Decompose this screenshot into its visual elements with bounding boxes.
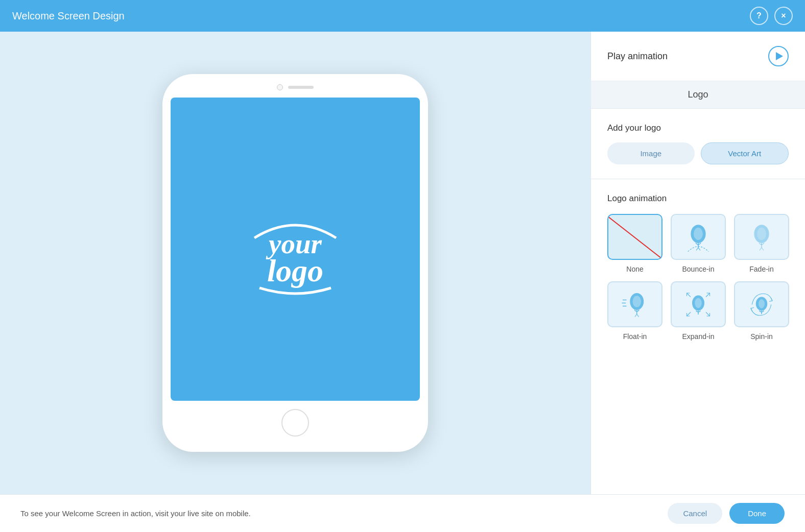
phone-home-button xyxy=(281,409,309,437)
window-title: Welcome Screen Design xyxy=(12,10,750,22)
animation-fade-in[interactable]: Fade-in xyxy=(734,214,789,273)
animation-none-thumb xyxy=(607,214,662,260)
animation-spin-in-label: Spin-in xyxy=(750,332,773,341)
main-content: your logo Play animation xyxy=(0,32,805,494)
svg-point-25 xyxy=(695,298,702,308)
logo-section: Add your logo Image Vector Art xyxy=(591,109,805,179)
animation-fade-in-thumb xyxy=(734,214,789,260)
animation-none[interactable]: None xyxy=(607,214,662,273)
phone-camera-icon xyxy=(277,84,283,90)
animation-expand-in-thumb xyxy=(671,281,726,327)
play-animation-button[interactable] xyxy=(768,46,789,66)
svg-point-8 xyxy=(757,227,766,239)
none-line xyxy=(607,216,662,259)
animation-grid: None xyxy=(607,214,789,341)
app-window: Welcome Screen Design ? × xyxy=(0,0,805,532)
animation-spin-in[interactable]: Spin-in xyxy=(734,281,789,341)
animation-none-label: None xyxy=(626,265,643,273)
svg-line-18 xyxy=(635,314,637,317)
animation-float-in-label: Float-in xyxy=(623,332,647,341)
animation-expand-in-label: Expand-in xyxy=(682,332,714,341)
logo-type-buttons: Image Vector Art xyxy=(607,142,789,164)
animation-float-in-thumb xyxy=(607,281,662,327)
image-button[interactable]: Image xyxy=(607,142,695,164)
info-text: To see your Welcome Screen in action, vi… xyxy=(20,509,251,518)
animation-float-in[interactable]: Float-in xyxy=(607,281,662,341)
title-bar-controls: ? × xyxy=(750,7,793,25)
animation-bounce-in-thumb xyxy=(671,214,726,260)
bottom-bar: To see your Welcome Screen in action, vi… xyxy=(0,494,805,532)
play-icon xyxy=(776,52,783,60)
logo-illustration: your logo xyxy=(229,197,362,299)
done-button[interactable]: Done xyxy=(729,503,785,524)
svg-point-16 xyxy=(633,296,642,307)
animation-spin-in-thumb xyxy=(734,281,789,327)
phone-speaker-icon xyxy=(288,86,314,89)
bounce-in-icon xyxy=(683,221,714,254)
svg-point-3 xyxy=(694,227,703,239)
svg-line-23 xyxy=(706,312,710,316)
svg-line-22 xyxy=(687,312,691,316)
svg-line-10 xyxy=(760,247,762,250)
animation-bounce-in-label: Bounce-in xyxy=(682,265,714,273)
phone-mockup: your logo xyxy=(162,74,428,452)
animation-bounce-in[interactable]: Bounce-in xyxy=(671,214,726,273)
right-panel: Play animation Logo Add your logo Image … xyxy=(590,32,805,494)
play-animation-row: Play animation xyxy=(591,32,805,81)
play-animation-label: Play animation xyxy=(607,51,668,62)
svg-line-21 xyxy=(706,293,710,297)
vector-art-button[interactable]: Vector Art xyxy=(701,142,789,164)
svg-line-20 xyxy=(687,293,691,297)
spin-in-icon xyxy=(746,288,777,321)
logo-section-header: Logo xyxy=(591,81,805,109)
add-logo-label: Add your logo xyxy=(607,123,789,133)
bottom-actions: Cancel Done xyxy=(668,503,785,524)
logo-animation-label: Logo animation xyxy=(607,194,789,204)
close-button[interactable]: × xyxy=(774,7,793,25)
phone-screen: your logo xyxy=(171,98,420,401)
fade-in-icon xyxy=(746,221,777,254)
svg-text:logo: logo xyxy=(267,253,323,288)
float-in-icon xyxy=(620,288,650,321)
cancel-button[interactable]: Cancel xyxy=(668,503,722,524)
animation-fade-in-label: Fade-in xyxy=(749,265,773,273)
title-bar: Welcome Screen Design ? × xyxy=(0,0,805,32)
svg-line-5 xyxy=(696,247,698,250)
svg-line-6 xyxy=(698,247,700,250)
animation-expand-in[interactable]: Expand-in xyxy=(671,281,726,341)
svg-point-28 xyxy=(759,299,765,308)
preview-area: your logo xyxy=(0,32,590,494)
expand-in-icon xyxy=(683,288,714,321)
phone-top xyxy=(171,84,420,90)
help-button[interactable]: ? xyxy=(750,7,768,25)
svg-line-11 xyxy=(762,247,764,250)
animation-section: Logo animation None xyxy=(591,179,805,355)
svg-line-19 xyxy=(637,314,639,317)
